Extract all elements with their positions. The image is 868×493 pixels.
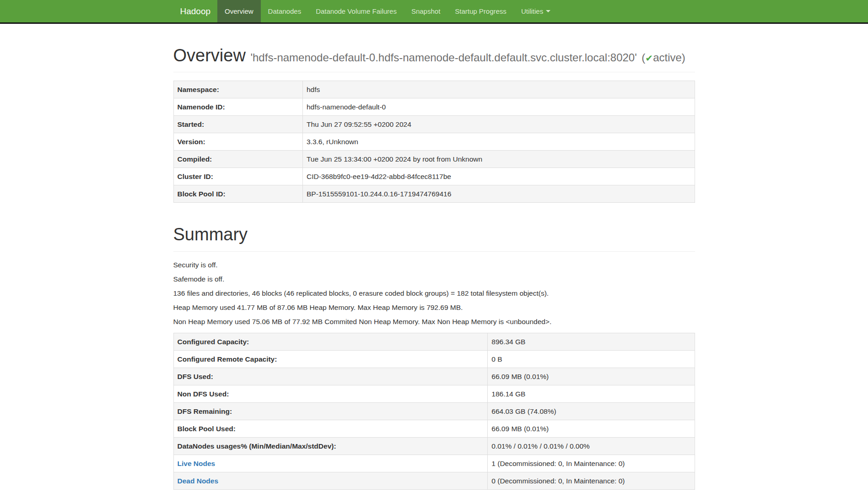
namenode-state: (✔active)	[642, 51, 685, 64]
table-row: Live Nodes 1 (Decommissioned: 0, In Main…	[173, 455, 695, 472]
active-check-icon: ✔	[645, 53, 653, 63]
row-value: 66.09 MB (0.01%)	[488, 368, 695, 385]
filesystem-objects: 136 files and directories, 46 blocks (46…	[173, 288, 695, 298]
row-label: Non DFS Used:	[173, 385, 488, 402]
state-label: active	[653, 51, 682, 64]
row-label: Dead Nodes	[173, 472, 488, 489]
nav-link-snapshot[interactable]: Snapshot	[404, 0, 447, 22]
table-row: Version: 3.3.6, rUnknown	[173, 133, 695, 151]
dead-nodes-link[interactable]: Dead Nodes	[178, 477, 219, 485]
heap-memory: Heap Memory used 41.77 MB of 87.06 MB He…	[173, 303, 695, 312]
nav-item-startup-progress: Startup Progress	[447, 0, 514, 22]
row-value: Tue Jun 25 13:34:00 +0200 2024 by root f…	[302, 151, 695, 168]
nav-item-datanode-volume-failures: Datanode Volume Failures	[308, 0, 404, 22]
table-row: DFS Used: 66.09 MB (0.01%)	[173, 368, 695, 385]
non-heap-memory: Non Heap Memory used 75.06 MB of 77.92 M…	[173, 317, 695, 326]
overview-page-header: Overview 'hdfs-namenode-default-0.hdfs-n…	[173, 44, 695, 72]
row-label: Live Nodes	[173, 455, 488, 472]
table-row: Configured Remote Capacity: 0 B	[173, 350, 695, 368]
row-value: Thu Jun 27 09:52:55 +0200 2024	[302, 116, 695, 133]
row-value: 186.14 GB	[488, 385, 695, 402]
nav-item-datanodes: Datanodes	[261, 0, 309, 22]
row-label: Cluster ID:	[173, 168, 302, 185]
row-label: Block Pool ID:	[173, 185, 302, 203]
row-value: 1 (Decommissioned: 0, In Maintenance: 0)	[488, 455, 695, 472]
safemode-status: Safemode is off.	[173, 274, 695, 284]
table-row: DFS Remaining: 664.03 GB (74.08%)	[173, 402, 695, 420]
table-row: Dead Nodes 0 (Decommissioned: 0, In Main…	[173, 472, 695, 489]
table-row: Namespace: hdfs	[173, 81, 695, 98]
table-row: Namenode ID: hdfs-namenode-default-0	[173, 98, 695, 116]
row-value: 66.09 MB (0.01%)	[488, 420, 695, 437]
row-label: Namespace:	[173, 81, 302, 98]
live-nodes-link[interactable]: Live Nodes	[178, 460, 216, 467]
state-paren-close: )	[682, 51, 685, 64]
nav-item-overview: Overview	[217, 0, 261, 22]
row-value: 664.03 GB (74.08%)	[488, 402, 695, 420]
top-navbar: Hadoop Overview Datanodes Datanode Volum…	[0, 0, 868, 24]
table-row: Compiled: Tue Jun 25 13:34:00 +0200 2024…	[173, 151, 695, 168]
hadoop-brand[interactable]: Hadoop	[173, 0, 218, 22]
table-row: Block Pool Used: 66.09 MB (0.01%)	[173, 420, 695, 437]
row-value: CID-368b9fc0-ee19-4d22-abbd-84fcec8117be	[302, 168, 695, 185]
nav-link-startup-progress[interactable]: Startup Progress	[447, 0, 514, 22]
row-label: Block Pool Used:	[173, 420, 488, 437]
summary-table: Configured Capacity: 896.34 GB Configure…	[173, 333, 695, 490]
row-label: DFS Remaining:	[173, 402, 488, 420]
namenode-address: 'hdfs-namenode-default-0.hdfs-namenode-d…	[250, 51, 636, 64]
row-value: 3.3.6, rUnknown	[302, 133, 695, 151]
summary-heading: Summary	[173, 223, 695, 246]
table-row: Non DFS Used: 186.14 GB	[173, 385, 695, 402]
summary-text-block: Security is off. Safemode is off. 136 fi…	[173, 260, 695, 326]
nav-link-utilities-dropdown[interactable]: Utilities	[514, 0, 558, 22]
row-label: Started:	[173, 116, 302, 133]
table-row: Configured Capacity: 896.34 GB	[173, 333, 695, 350]
security-status: Security is off.	[173, 260, 695, 270]
nav-item-utilities: Utilities	[514, 0, 558, 22]
row-value: 0 B	[488, 350, 695, 368]
nav-item-snapshot: Snapshot	[404, 0, 447, 22]
table-row: Block Pool ID: BP-1515559101-10.244.0.16…	[173, 185, 695, 203]
nav-link-utilities-label: Utilities	[521, 7, 543, 15]
row-label: DataNodes usages% (Min/Median/Max/stdDev…	[173, 437, 488, 455]
row-label: Configured Capacity:	[173, 333, 488, 350]
row-label: Compiled:	[173, 151, 302, 168]
caret-down-icon	[546, 10, 550, 12]
row-label: Configured Remote Capacity:	[173, 350, 488, 368]
row-label: DFS Used:	[173, 368, 488, 385]
row-value: 0.01% / 0.01% / 0.01% / 0.00%	[488, 437, 695, 455]
table-row: DataNodes usages% (Min/Median/Max/stdDev…	[173, 437, 695, 455]
nav-link-overview[interactable]: Overview	[217, 0, 261, 22]
page-title: Overview 'hdfs-namenode-default-0.hdfs-n…	[173, 44, 695, 67]
page-title-text: Overview	[173, 46, 246, 65]
overview-table: Namespace: hdfs Namenode ID: hdfs-nameno…	[173, 81, 695, 203]
table-row: Started: Thu Jun 27 09:52:55 +0200 2024	[173, 116, 695, 133]
row-value: hdfs	[302, 81, 695, 98]
row-label: Version:	[173, 133, 302, 151]
summary-page-header: Summary	[173, 223, 695, 251]
table-row: Cluster ID: CID-368b9fc0-ee19-4d22-abbd-…	[173, 168, 695, 185]
nav-link-datanode-volume-failures[interactable]: Datanode Volume Failures	[308, 0, 404, 22]
row-label: Namenode ID:	[173, 98, 302, 116]
row-value: BP-1515559101-10.244.0.16-1719474769416	[302, 185, 695, 203]
nav-link-datanodes[interactable]: Datanodes	[261, 0, 309, 22]
row-value: hdfs-namenode-default-0	[302, 98, 695, 116]
row-value: 896.34 GB	[488, 333, 695, 350]
row-value: 0 (Decommissioned: 0, In Maintenance: 0)	[488, 472, 695, 489]
navbar-menu: Overview Datanodes Datanode Volume Failu…	[217, 0, 558, 22]
